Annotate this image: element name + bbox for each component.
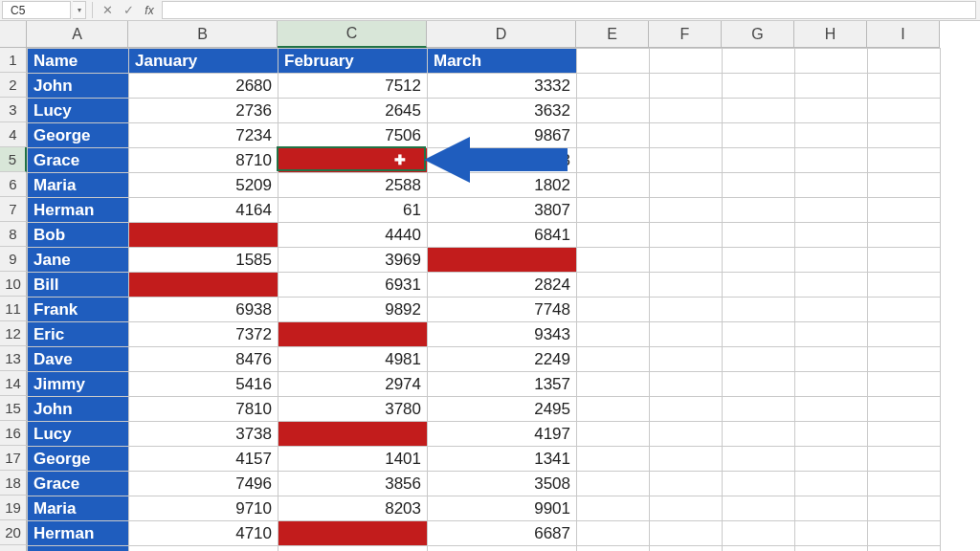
cell-name[interactable]: Lucy (28, 99, 129, 123)
col-header-H[interactable]: H (794, 21, 867, 48)
name-box-dropdown[interactable]: ▾ (73, 1, 86, 19)
row-header-10[interactable]: 10 (0, 272, 27, 297)
cell-name[interactable]: Maria (28, 173, 129, 198)
cell[interactable]: 4440 (278, 223, 428, 248)
row-header-7[interactable]: 7 (0, 197, 27, 222)
cell[interactable]: 7234 (129, 123, 278, 148)
cell[interactable] (868, 298, 941, 322)
cell[interactable]: 8203 (278, 496, 428, 521)
cell[interactable] (723, 347, 795, 372)
cell[interactable] (577, 123, 650, 148)
cell[interactable] (650, 223, 723, 248)
cell-name[interactable]: George (28, 123, 129, 148)
cell[interactable]: 7810 (129, 397, 278, 422)
cell[interactable]: 6687 (428, 521, 577, 546)
cell-name[interactable]: Eric (28, 322, 129, 347)
cell-name[interactable]: Maria (28, 496, 129, 521)
cell[interactable] (278, 322, 428, 347)
cell[interactable]: 61 (278, 198, 428, 223)
cell[interactable] (868, 372, 941, 397)
cell[interactable]: 3508 (428, 472, 577, 496)
cell[interactable] (868, 521, 941, 546)
cell-name[interactable]: Dave (28, 347, 129, 372)
cell-name[interactable]: Bob (28, 223, 129, 248)
cell[interactable] (723, 397, 795, 422)
cell[interactable] (795, 521, 868, 546)
cell[interactable] (795, 198, 868, 223)
cell[interactable] (577, 148, 650, 173)
cell[interactable] (868, 322, 941, 347)
cell[interactable] (795, 173, 868, 198)
cell[interactable] (129, 223, 278, 248)
cell[interactable] (723, 447, 795, 472)
cell[interactable] (795, 99, 868, 123)
cell[interactable] (868, 74, 941, 99)
cell[interactable]: 2645 (278, 99, 428, 123)
cell-header[interactable]: February (278, 49, 428, 74)
cell[interactable] (868, 99, 941, 123)
cell[interactable] (723, 49, 795, 74)
cell[interactable] (129, 546, 278, 552)
name-box[interactable]: C5 (2, 1, 71, 19)
cell-header[interactable]: January (129, 49, 278, 74)
cell[interactable] (650, 273, 723, 298)
cell[interactable]: 7496 (129, 472, 278, 496)
cell[interactable]: 4197 (428, 422, 577, 447)
cell[interactable]: 3780 (278, 397, 428, 422)
cell[interactable] (129, 273, 278, 298)
cell[interactable] (650, 99, 723, 123)
cell[interactable] (795, 397, 868, 422)
cell[interactable] (723, 99, 795, 123)
cell[interactable]: 6938 (129, 298, 278, 322)
cell[interactable] (278, 521, 428, 546)
row-header-21[interactable]: 21 (0, 545, 27, 551)
cell-header[interactable]: March (428, 49, 577, 74)
row-header-4[interactable]: 4 (0, 122, 27, 147)
cell[interactable] (868, 148, 941, 173)
row-header-13[interactable]: 13 (0, 346, 27, 371)
cell[interactable] (650, 74, 723, 99)
col-header-F[interactable]: F (649, 21, 722, 48)
cell[interactable] (577, 248, 650, 273)
cell[interactable] (577, 372, 650, 397)
select-all-corner[interactable] (0, 21, 27, 48)
cell-name[interactable]: Lucy (28, 422, 129, 447)
row-header-19[interactable]: 19 (0, 496, 27, 520)
cell[interactable] (577, 397, 650, 422)
cell[interactable] (723, 521, 795, 546)
cell[interactable] (795, 496, 868, 521)
cell[interactable] (795, 372, 868, 397)
cell[interactable]: 9867 (428, 123, 577, 148)
cell[interactable] (577, 422, 650, 447)
cell[interactable]: 8710 (129, 148, 278, 173)
cell[interactable] (868, 397, 941, 422)
cell[interactable] (723, 123, 795, 148)
cell[interactable] (577, 447, 650, 472)
cell[interactable] (795, 447, 868, 472)
cell[interactable] (723, 298, 795, 322)
cell[interactable]: 1341 (428, 447, 577, 472)
row-header-20[interactable]: 20 (0, 520, 27, 545)
cell[interactable]: 2588 (278, 173, 428, 198)
cell[interactable] (577, 521, 650, 546)
row-header-3[interactable]: 3 (0, 98, 27, 122)
cell[interactable] (723, 74, 795, 99)
row-header-9[interactable]: 9 (0, 247, 27, 272)
cell[interactable] (577, 496, 650, 521)
cell[interactable] (795, 322, 868, 347)
cell[interactable] (868, 173, 941, 198)
cell-name[interactable]: Bill (28, 273, 129, 298)
cell[interactable] (650, 248, 723, 273)
row-header-8[interactable]: 8 (0, 222, 27, 247)
cell[interactable]: 9901 (428, 496, 577, 521)
cell[interactable] (723, 223, 795, 248)
cell[interactable]: 1585 (129, 248, 278, 273)
cell[interactable]: 2974 (278, 372, 428, 397)
fx-icon[interactable]: fx (139, 0, 160, 20)
cell[interactable] (723, 422, 795, 447)
cell[interactable] (868, 496, 941, 521)
cell[interactable]: 1802 (428, 173, 577, 198)
cell[interactable] (278, 422, 428, 447)
cell[interactable] (577, 546, 650, 552)
cell[interactable]: 2495 (428, 397, 577, 422)
